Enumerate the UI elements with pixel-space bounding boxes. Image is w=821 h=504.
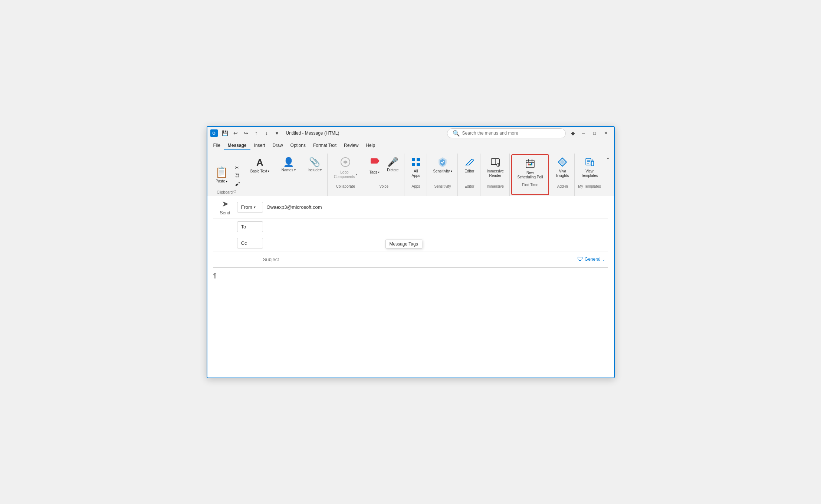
tags-label: Tags [370, 170, 377, 175]
basic-text-button[interactable]: A Basic Text ▾ [247, 155, 273, 175]
find-time-group-label: Find Time [522, 183, 538, 187]
save-button[interactable]: 💾 [221, 129, 230, 138]
search-input[interactable] [462, 131, 560, 136]
sensitivity-group-label: Sensitivity [434, 184, 451, 188]
dictate-button[interactable]: 🎤 Dictate [384, 155, 402, 174]
ribbon-group-voice: Tags ▾ 🎤 Dictate Voice [364, 154, 405, 196]
subject-input[interactable] [263, 255, 574, 264]
new-scheduling-poll-icon [525, 158, 535, 170]
loop-components-button[interactable]: LoopComponents ▾ [331, 155, 361, 181]
send-label: Send [220, 210, 230, 215]
add-in-group-label: Add-in [557, 184, 568, 188]
collaborate-items: LoopComponents ▾ [331, 155, 361, 183]
title-bar: O 💾 ↩ ↪ ↑ ↓ ▾ Untitled - Message (HTML) [207, 127, 614, 140]
copy-button[interactable]: ⿻ [233, 172, 242, 180]
immersive-reader-button[interactable]: ImmersiveReader [483, 155, 507, 180]
view-templates-button[interactable]: ViewTemplates [578, 155, 601, 180]
close-button[interactable]: ✕ [601, 129, 611, 138]
clipboard-group-label: Clipboard [217, 190, 233, 194]
immersive-group-label: Immersive [487, 184, 504, 188]
cut-icon: ✂ [235, 165, 239, 171]
svg-rect-6 [417, 163, 420, 166]
cc-input[interactable] [267, 239, 608, 247]
ribbon-group-find-time: NewScheduling Poll Find Time [511, 154, 549, 195]
menu-item-file[interactable]: File [210, 141, 224, 150]
clipboard-launcher-icon[interactable]: ⬡ [233, 190, 236, 193]
menu-item-insert[interactable]: Insert [250, 141, 269, 150]
tags-button[interactable]: Tags ▾ [366, 155, 383, 177]
cc-button[interactable]: Cc [237, 238, 263, 248]
ribbon-group-editor: Editor Editor [459, 154, 480, 196]
sensitivity-button[interactable]: Sensitivity ▾ [430, 155, 456, 175]
svg-rect-5 [412, 163, 415, 166]
basic-text-arrow-icon: ▾ [268, 169, 269, 173]
svg-rect-13 [526, 160, 534, 168]
maximize-button[interactable]: □ [590, 129, 600, 138]
upload-button[interactable]: ↑ [252, 129, 261, 138]
download-button[interactable]: ↓ [262, 129, 271, 138]
paste-button[interactable]: 📋 Paste ▾ [212, 164, 231, 186]
ribbon-group-basic-text: A Basic Text ▾ [245, 154, 275, 196]
loop-components-label: LoopComponents [334, 170, 355, 179]
menu-bar: File Message Insert Draw Options Format … [207, 140, 614, 152]
cut-button[interactable]: ✂ [233, 164, 242, 172]
email-body[interactable]: ¶ [207, 268, 614, 378]
immersive-items: ImmersiveReader [483, 155, 507, 183]
include-button[interactable]: 📎 Include ▾ [304, 155, 325, 174]
basic-text-icon: A [256, 157, 263, 168]
new-scheduling-poll-label: NewScheduling Poll [518, 171, 543, 179]
send-icon: ➤ [222, 199, 229, 209]
viva-insights-button[interactable]: VivaInsights [553, 155, 572, 180]
sensitivity-items: Sensitivity ▾ [430, 155, 456, 183]
outlook-window: O 💾 ↩ ↪ ↑ ↓ ▾ Untitled - Message (HTML) [207, 126, 615, 378]
to-button[interactable]: To [237, 221, 263, 232]
editor-button[interactable]: Editor [461, 155, 478, 175]
menu-item-review[interactable]: Review [340, 141, 362, 150]
email-headers: ➤ Send From ▾ Owaexp3@microsoft.com To [207, 196, 614, 268]
menu-item-options[interactable]: Options [287, 141, 309, 150]
ribbon-group-names: 👤 Names ▾ [276, 154, 301, 196]
menu-expand-button[interactable]: ▾ [273, 129, 282, 138]
ribbon-group-sensitivity: Sensitivity ▾ Sensitivity [428, 154, 458, 196]
undo-button[interactable]: ↩ [231, 129, 240, 138]
from-address: Owaexp3@microsoft.com [267, 204, 322, 210]
view-templates-label: ViewTemplates [581, 169, 598, 178]
apps-items: AllApps [407, 155, 424, 183]
ribbon-groups: 📋 Paste ▾ ✂ ⿻ 🖌 [210, 154, 612, 196]
all-apps-button[interactable]: AllApps [407, 155, 424, 180]
search-icon: 🔍 [453, 130, 460, 137]
svg-rect-4 [417, 158, 420, 161]
general-label: General [585, 257, 601, 262]
names-button[interactable]: 👤 Names ▾ [278, 155, 299, 174]
svg-rect-19 [529, 164, 531, 165]
all-apps-icon [411, 157, 421, 168]
to-row: To [213, 219, 608, 235]
menu-item-help[interactable]: Help [362, 141, 379, 150]
menu-item-draw[interactable]: Draw [269, 141, 287, 150]
paste-arrow-icon: ▾ [226, 180, 227, 183]
outlook-icon: O [210, 129, 218, 137]
ribbon-expand-button[interactable]: ⌄ [604, 154, 612, 161]
to-label: To [241, 224, 246, 230]
to-input[interactable] [267, 223, 608, 231]
general-dropdown-icon: ⌄ [602, 257, 605, 261]
from-button[interactable]: From ▾ [237, 202, 263, 213]
minimize-button[interactable]: ─ [578, 129, 589, 138]
ribbon-group-add-in: VivaInsights Add-in [551, 154, 575, 196]
redo-button[interactable]: ↪ [242, 129, 250, 138]
diamond-icon-button[interactable]: ◆ [569, 129, 578, 138]
subject-row: 🛡 General ⌄ [213, 251, 608, 268]
search-box[interactable]: 🔍 [447, 128, 566, 138]
cc-label: Cc [241, 240, 247, 246]
general-badge[interactable]: 🛡 General ⌄ [574, 254, 608, 264]
send-button[interactable]: ➤ Send [213, 196, 237, 218]
new-scheduling-poll-button[interactable]: NewScheduling Poll [514, 157, 546, 181]
my-templates-items: ViewTemplates [578, 155, 601, 183]
immersive-reader-icon [490, 157, 500, 168]
format-painter-icon: 🖌 [235, 181, 240, 187]
menu-item-message[interactable]: Message [224, 141, 250, 150]
menu-item-format-text[interactable]: Format Text [309, 141, 340, 150]
include-label: Include [308, 168, 319, 172]
ribbon-group-immersive: ImmersiveReader Immersive [481, 154, 510, 196]
format-painter-button[interactable]: 🖌 [233, 180, 242, 188]
